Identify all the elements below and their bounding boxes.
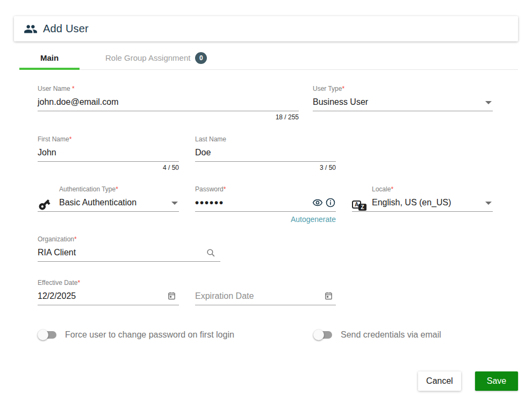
- toggle-thumb[interactable]: [313, 330, 324, 340]
- search-icon[interactable]: [206, 248, 216, 258]
- calendar-icon[interactable]: [167, 291, 176, 300]
- user-type-select[interactable]: Business User: [313, 93, 493, 111]
- last-name-field: Last Name Doe 3 / 50: [195, 135, 336, 171]
- password-masked-value: ••••••: [195, 197, 224, 208]
- tab-role-group-assignment[interactable]: Role Group Assignment 0: [96, 46, 217, 69]
- effective-date-field: Effective Date* 12/2/2025: [38, 278, 179, 305]
- user-name-field: User Name * john.doe@email.com 18 / 255: [38, 84, 299, 121]
- tab-main-label: Main: [40, 53, 59, 62]
- password-input[interactable]: ••••••: [195, 194, 336, 212]
- first-name-input[interactable]: John: [38, 144, 179, 162]
- cancel-button[interactable]: Cancel: [418, 371, 461, 391]
- save-button[interactable]: Save: [475, 371, 518, 391]
- force-password-change-toggle[interactable]: [38, 330, 57, 340]
- expiration-date-field: Expiration Date: [195, 278, 336, 305]
- locale-label: Locale*: [372, 185, 493, 194]
- effective-date-input[interactable]: 12/2/2025: [38, 287, 179, 305]
- chevron-down-icon[interactable]: [171, 202, 178, 205]
- add-user-dialog: Add User Main Role Group Assignment 0 Us…: [0, 0, 532, 401]
- first-name-label: First Name*: [38, 135, 179, 144]
- last-name-counter: 3 / 50: [195, 164, 336, 171]
- force-password-change-row: Force user to change password on first l…: [38, 330, 234, 340]
- chevron-down-icon[interactable]: [485, 202, 492, 205]
- send-credentials-row: Send credentials via email: [313, 330, 441, 340]
- last-name-input[interactable]: Doe: [195, 144, 336, 162]
- visibility-eye-icon[interactable]: [312, 197, 323, 208]
- expiration-date-placeholder: Expiration Date: [195, 291, 254, 301]
- organization-field: Organization* RIA Client: [38, 235, 220, 262]
- people-icon: [24, 22, 38, 36]
- calendar-icon[interactable]: [324, 291, 333, 300]
- tab-role-label: Role Group Assignment: [105, 53, 190, 62]
- role-count-badge: 0: [195, 52, 207, 64]
- last-name-label: Last Name: [195, 135, 336, 144]
- locale-select[interactable]: English, US (en_US): [352, 194, 493, 212]
- password-field: Password* •••••• Autogenerate: [195, 185, 336, 224]
- tab-bar: Main Role Group Assignment 0: [19, 46, 518, 70]
- authentication-type-field: Authentication Type* Basic Authenticatio…: [38, 185, 179, 212]
- info-icon[interactable]: [325, 197, 336, 208]
- password-label: Password*: [195, 185, 336, 194]
- toggle-thumb[interactable]: [38, 330, 48, 340]
- first-name-counter: 4 / 50: [38, 164, 179, 171]
- chevron-down-icon[interactable]: [485, 101, 492, 104]
- force-password-change-label: Force user to change password on first l…: [65, 330, 234, 340]
- authentication-type-select[interactable]: Basic Authentication: [38, 194, 179, 212]
- user-name-counter: 18 / 255: [38, 113, 299, 121]
- send-credentials-toggle[interactable]: [313, 330, 333, 340]
- organization-input[interactable]: RIA Client: [38, 244, 220, 262]
- authentication-type-label: Authentication Type*: [59, 185, 179, 194]
- autogenerate-link[interactable]: Autogenerate: [195, 215, 336, 224]
- tab-main[interactable]: Main: [19, 46, 80, 69]
- user-type-label: User Type*: [313, 84, 493, 93]
- expiration-date-label: [195, 278, 336, 287]
- first-name-field: First Name* John 4 / 50: [38, 135, 179, 171]
- active-tab-indicator: [19, 68, 80, 70]
- effective-date-label: Effective Date*: [38, 278, 179, 287]
- page-title: Add User: [43, 23, 89, 35]
- organization-label: Organization*: [38, 235, 220, 244]
- user-type-field: User Type* Business User: [313, 84, 493, 111]
- expiration-date-input[interactable]: Expiration Date: [195, 287, 336, 305]
- dialog-header: Add User: [14, 16, 518, 41]
- send-credentials-label: Send credentials via email: [341, 330, 441, 340]
- user-name-label: User Name *: [38, 84, 299, 93]
- locale-field: Locale* A Z English, US (en_US): [352, 185, 493, 212]
- user-name-input[interactable]: john.doe@email.com: [38, 93, 299, 111]
